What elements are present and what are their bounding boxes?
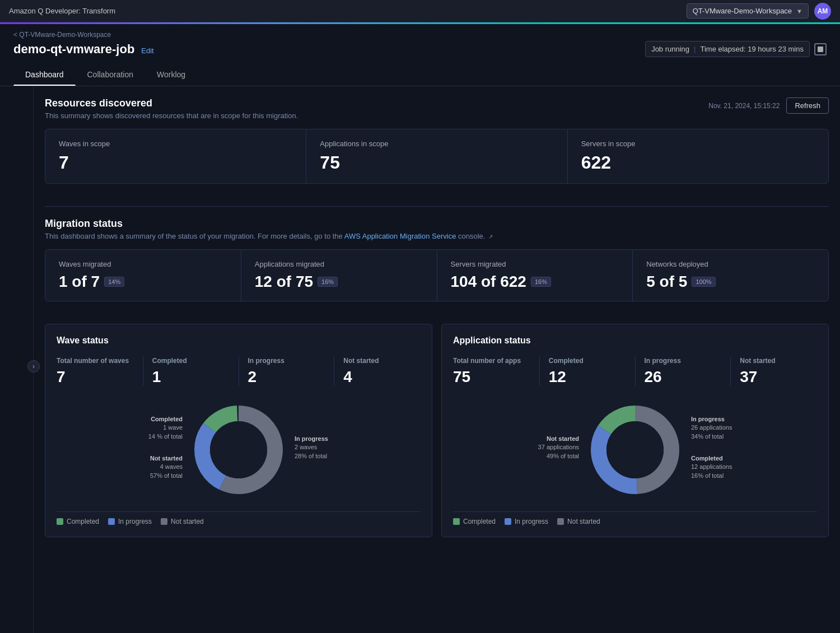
- job-title: demo-qt-vmware-job: [13, 42, 134, 56]
- waves-migrated-label: Waves migrated: [59, 260, 227, 268]
- app-donut-svg: [585, 399, 685, 500]
- waves-in-scope-value: 7: [59, 152, 292, 173]
- wave-legend-in-progress: In progress: [108, 518, 152, 525]
- resources-metrics-row: Waves in scope 7 Applications in scope 7…: [45, 129, 829, 184]
- chevron-down-icon: ▼: [796, 8, 802, 15]
- waves-not-started-label: Not started: [343, 357, 421, 365]
- completed-dot: [57, 518, 63, 525]
- svg-point-3: [210, 421, 267, 478]
- apps-in-scope-label: Applications in scope: [320, 139, 553, 148]
- app-legend: Completed In progress Not started: [453, 511, 817, 525]
- waves-completed-col: Completed 1: [152, 357, 239, 386]
- external-link-icon: ↗: [488, 234, 493, 240]
- wave-legend: Completed In progress Not started: [57, 511, 421, 525]
- waves-in-scope-label: Waves in scope: [59, 139, 292, 148]
- apps-in-scope-cell: Applications in scope 75: [306, 129, 567, 183]
- apps-not-started-label: Not started: [740, 357, 817, 365]
- resources-discovered-section: Resources discovered This summary shows …: [45, 86, 829, 195]
- app-stats-row: Total number of apps 75 Completed 12 In …: [453, 357, 817, 386]
- section-divider: [45, 206, 829, 207]
- elapsed-label: Time elapsed: 19 hours 23 mins: [700, 45, 804, 53]
- top-bar: Amazon Q Developer: Transform QT-VMware-…: [0, 0, 840, 22]
- servers-migrated-label: Servers migrated: [451, 260, 619, 268]
- networks-deployed-cell: Networks deployed 5 of 5 100%: [633, 250, 828, 301]
- migration-status-section: Migration status This dashboard shows a …: [45, 218, 829, 313]
- resources-header-right: Nov. 21, 2024, 15:15:22 Refresh: [708, 97, 829, 114]
- waves-in-progress-value: 2: [248, 368, 325, 386]
- app-donut-chart: [585, 399, 685, 500]
- status-panels: Wave status Total number of waves 7 Comp…: [45, 324, 829, 537]
- stop-icon: [818, 46, 823, 52]
- apps-not-started-col: Not started 37: [740, 357, 817, 386]
- workspace-selector[interactable]: QT-VMware-Demo-Workspace ▼: [687, 3, 809, 18]
- app-status-title: Application status: [453, 336, 817, 346]
- avatar: AM: [814, 3, 831, 20]
- resources-timestamp: Nov. 21, 2024, 15:15:22: [708, 102, 780, 110]
- app-in-progress-label: In progress 26 applications 34% of total: [691, 415, 817, 441]
- breadcrumb[interactable]: < QT-VMware-Demo-Workspace: [13, 31, 827, 39]
- servers-in-scope-label: Servers in scope: [581, 139, 815, 148]
- wave-donut-chart: [188, 399, 289, 500]
- app-title: Amazon Q Developer: Transform: [9, 7, 115, 15]
- waves-in-scope-cell: Waves in scope 7: [45, 129, 306, 183]
- resources-description: This summary shows discovered resources …: [45, 111, 298, 120]
- not-started-dot: [161, 518, 167, 525]
- refresh-button[interactable]: Refresh: [786, 97, 829, 114]
- tab-worklog[interactable]: Worklog: [145, 64, 197, 86]
- servers-migrated-value: 104 of 622 16%: [451, 273, 619, 291]
- tab-collaboration[interactable]: Collaboration: [76, 64, 146, 86]
- wave-legend-completed: Completed: [57, 518, 99, 525]
- app-status-panel: Application status Total number of apps …: [441, 324, 829, 537]
- edit-link[interactable]: Edit: [141, 46, 153, 55]
- breadcrumb-link[interactable]: < QT-VMware-Demo-Workspace: [13, 31, 111, 39]
- waves-migrated-cell: Waves migrated 1 of 7 14%: [45, 250, 241, 301]
- status-divider: |: [694, 45, 696, 53]
- job-status-bar: Job running | Time elapsed: 19 hours 23 …: [645, 41, 810, 57]
- waves-not-started-col: Not started 4: [343, 357, 421, 386]
- servers-migrated-cell: Servers migrated 104 of 622 16%: [437, 250, 633, 301]
- apps-completed-value: 12: [549, 368, 626, 386]
- tab-dashboard[interactable]: Dashboard: [13, 64, 76, 86]
- migration-header: Migration status This dashboard shows a …: [45, 218, 829, 240]
- wave-in-progress-label: In progress 2 waves 28% of total: [295, 435, 421, 460]
- app-legend-not-started: Not started: [557, 518, 600, 525]
- app-legend-in-progress: In progress: [505, 518, 548, 525]
- app-legend-completed: Completed: [453, 518, 496, 525]
- job-title-group: demo-qt-vmware-job Edit: [13, 42, 154, 57]
- app-chart-labels-right: In progress 26 applications 34% of total…: [691, 415, 817, 485]
- wave-chart-labels-right: In progress 2 waves 28% of total: [295, 435, 421, 465]
- app-chart-labels-left: Not started 37 applications 49% of total: [453, 435, 579, 465]
- wave-chart-with-labels: Completed 1 wave 14 % of total Not start…: [57, 399, 421, 500]
- waves-migrated-value: 1 of 7 14%: [59, 273, 227, 291]
- apps-in-progress-label: In progress: [645, 357, 722, 365]
- sidebar-toggle[interactable]: ›: [27, 360, 40, 373]
- app-legend-completed-label: Completed: [463, 518, 496, 525]
- apps-in-progress-value: 26: [645, 368, 722, 386]
- left-sidebar: ›: [0, 86, 34, 633]
- servers-migrated-badge: 16%: [531, 277, 551, 287]
- servers-in-scope-value: 622: [581, 152, 815, 173]
- app-legend-not-started-label: Not started: [567, 518, 600, 525]
- stop-button[interactable]: [814, 43, 827, 55]
- apps-migrated-cell: Applications migrated 12 of 75 16%: [241, 250, 437, 301]
- wave-legend-completed-label: Completed: [67, 518, 99, 525]
- aws-migration-link[interactable]: AWS Application Migration Service: [344, 232, 456, 240]
- job-running-label: Job running: [651, 45, 689, 53]
- wave-not-started-label: Not started 4 waves 57% of total: [57, 454, 183, 480]
- wave-status-title: Wave status: [57, 336, 421, 346]
- wave-chart-labels-left: Completed 1 wave 14 % of total Not start…: [57, 415, 183, 485]
- app-in-progress-dot: [505, 518, 511, 525]
- migration-metrics-row: Waves migrated 1 of 7 14% Applications m…: [45, 249, 829, 301]
- resources-title-group: Resources discovered This summary shows …: [45, 97, 298, 120]
- migration-title-group: Migration status This dashboard shows a …: [45, 218, 493, 240]
- content-area: Resources discovered This summary shows …: [34, 86, 840, 633]
- main-content: › Resources discovered This summary show…: [0, 86, 840, 633]
- apps-migrated-label: Applications migrated: [255, 260, 423, 268]
- job-header: demo-qt-vmware-job Edit Job running | Ti…: [13, 41, 827, 57]
- waves-in-progress-col: In progress 2: [248, 357, 335, 386]
- migration-description: This dashboard shows a summary of the st…: [45, 232, 493, 240]
- app-chart-with-labels: Not started 37 applications 49% of total: [453, 399, 817, 500]
- apps-in-progress-col: In progress 26: [645, 357, 731, 386]
- app-not-started-dot: [557, 518, 564, 525]
- sub-header: < QT-VMware-Demo-Workspace demo-qt-vmwar…: [0, 24, 840, 86]
